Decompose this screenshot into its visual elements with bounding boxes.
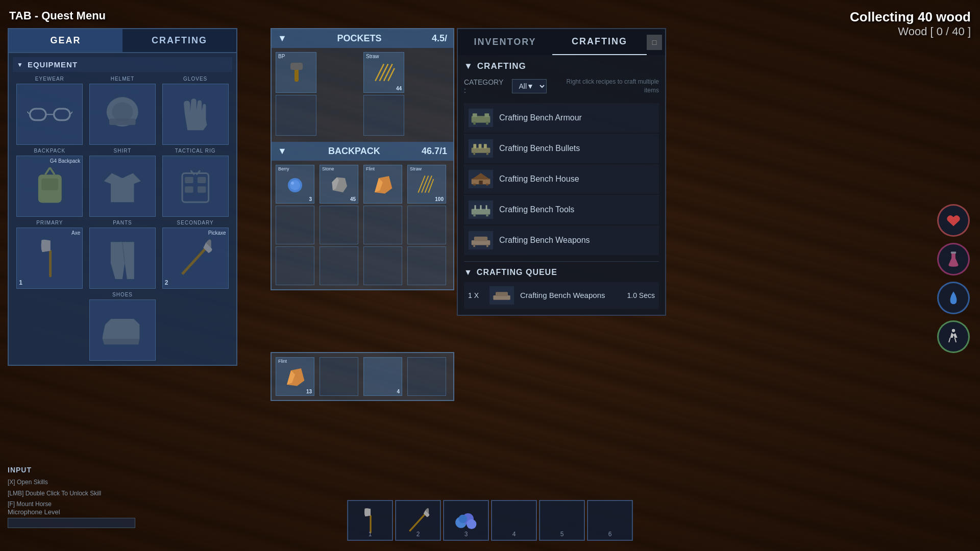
health-btn[interactable] (937, 204, 970, 237)
equip-box-backpack[interactable]: G4 Backpack (16, 156, 83, 217)
hotbar-slot-2[interactable]: 2 (395, 500, 441, 541)
b-slot-2-label: Flint (366, 166, 375, 171)
equip-slot-backpack[interactable]: BACKPACK G4 Backpack (15, 148, 85, 217)
crafting-armour-name: Crafting Bench Armour (499, 113, 582, 122)
backpack-slot-1[interactable]: Stone 45 (320, 165, 358, 204)
equip-box-tactical-rig[interactable] (162, 156, 229, 217)
queue-item-0[interactable]: 1 X Crafting Bench Weapons 1.0 Secs (464, 282, 659, 309)
lower-slot-2[interactable]: 4 (363, 357, 402, 396)
backpack-slot-6[interactable] (363, 206, 402, 244)
pockets-slot-1[interactable]: Straw 44 (363, 52, 404, 93)
crafting-item-house[interactable]: Crafting Bench House (464, 164, 659, 194)
hotbar-slot-5[interactable]: 5 (539, 500, 585, 541)
equip-box-secondary[interactable]: Pickaxe 2 (162, 228, 229, 289)
equip-slot-tactical-rig[interactable]: TACTICAL RIG (160, 148, 230, 217)
equip-slot-gloves[interactable]: GLOVES (160, 76, 230, 145)
equip-box-gloves[interactable] (162, 84, 229, 145)
flask-btn[interactable] (937, 243, 970, 276)
b-slot-0-count: 3 (309, 196, 312, 202)
backpack-slot-0[interactable]: Berry 3 (276, 165, 314, 204)
run-btn[interactable] (937, 320, 970, 353)
tab-crafting-right[interactable]: CRAFTING (552, 29, 647, 55)
left-panel: GEAR CRAFTING ▼ EQUIPMENT EYEWEAR (8, 28, 237, 366)
water-icon (945, 290, 962, 306)
water-btn[interactable] (937, 282, 970, 314)
hotbar-slot-6[interactable]: 6 (587, 500, 633, 541)
crafting-item-tools[interactable]: Crafting Bench Tools (464, 195, 659, 224)
svg-rect-43 (484, 113, 489, 117)
equip-slot-eyewear[interactable]: EYEWEAR (15, 76, 85, 145)
equip-slot-shirt[interactable]: SHIRT (88, 148, 158, 217)
svg-point-74 (458, 514, 467, 523)
flint-icon (373, 174, 393, 194)
svg-line-21 (182, 245, 209, 274)
backpack-slot-2[interactable]: Flint (363, 165, 402, 204)
hotbar-slot-3[interactable]: 3 (443, 500, 489, 541)
equip-slot-pants[interactable]: PANTS (88, 220, 158, 289)
pockets-slot-2[interactable] (276, 95, 316, 136)
equip-box-eyewear[interactable] (16, 84, 83, 145)
backpack-slot-10[interactable] (363, 246, 402, 285)
svg-point-7 (112, 102, 133, 121)
svg-line-36 (422, 176, 428, 192)
category-select[interactable]: All▼ (512, 79, 547, 93)
svg-point-76 (952, 329, 955, 332)
tab-gear[interactable]: GEAR (9, 29, 122, 52)
hotbar-slot-4[interactable]: 4 (491, 500, 537, 541)
tab-crafting-left[interactable]: CRAFTING (122, 29, 236, 52)
close-panel-btn[interactable]: □ (647, 35, 662, 50)
svg-rect-9 (41, 178, 58, 190)
equip-slot-helmet[interactable]: HELMET (88, 76, 158, 145)
lower-slot-3[interactable] (407, 357, 446, 396)
tools-bench-icon (470, 202, 492, 218)
hotbar-slot-1[interactable]: 1 (347, 500, 393, 541)
backpack-slot-9[interactable] (320, 246, 358, 285)
tactical-rig-icon (173, 165, 218, 208)
lower-slot-0[interactable]: Flint 13 (276, 357, 314, 396)
crafting-item-weapons[interactable]: Crafting Bench Weapons (464, 226, 659, 255)
hotbar-slot-4-num: 4 (512, 531, 516, 538)
house-bench-icon (470, 171, 492, 187)
equip-box-helmet[interactable] (89, 84, 156, 145)
shoes-icon (100, 309, 145, 352)
pockets-slot-3[interactable] (363, 95, 404, 136)
backpack-slot-7[interactable] (407, 206, 446, 244)
right-click-hint: Right click recipes to craft multiple it… (553, 78, 659, 95)
crafting-item-armour[interactable]: Crafting Bench Armour (464, 103, 659, 133)
svg-rect-47 (473, 144, 476, 148)
backpack-slot-3[interactable]: Straw 100 (407, 165, 446, 204)
equip-box-primary[interactable]: Axe 1 (16, 228, 83, 289)
svg-rect-13 (185, 177, 193, 183)
flask-icon (945, 251, 962, 267)
collecting-title: Collecting 40 wood (850, 9, 971, 25)
hotbar: 1 2 3 4 5 6 (347, 500, 633, 541)
backpack-slot-4[interactable] (276, 206, 314, 244)
helmet-icon (100, 93, 145, 136)
svg-line-70 (409, 512, 427, 531)
backpack-slot-5[interactable] (320, 206, 358, 244)
equip-box-shirt[interactable] (89, 156, 156, 217)
svg-rect-1 (54, 109, 69, 120)
tab-inventory[interactable]: INVENTORY (458, 30, 552, 55)
backpack-slot-8[interactable] (276, 246, 314, 285)
bullets-bench-icon (470, 140, 492, 157)
crafting-item-bullets[interactable]: Crafting Bench Bullets (464, 134, 659, 163)
pockets-slot-1-count: 44 (396, 86, 402, 91)
pockets-slot-1-label: Straw (366, 54, 379, 59)
pockets-slot-0[interactable]: BP (276, 52, 316, 93)
equip-box-pants[interactable] (89, 228, 156, 289)
equip-box-shoes[interactable] (89, 299, 156, 361)
equip-slot-primary[interactable]: PRIMARY Axe 1 (15, 220, 85, 289)
equip-slot-shoes[interactable]: SHOES (88, 292, 158, 361)
crafting-content: ▼ CRAFTING CATEGORY : All▼ Right click r… (458, 55, 665, 315)
equip-label-gloves: GLOVES (183, 76, 207, 82)
backpack-header: ▼ BACKPACK 46.7/1 (272, 142, 453, 161)
queue-count-0: 1 X (468, 291, 483, 299)
svg-point-73 (467, 519, 476, 529)
hotbar-slot-3-num: 3 (464, 531, 468, 538)
equip-slot-secondary[interactable]: SECONDARY Pickaxe 2 (160, 220, 230, 289)
backpack-slot-11[interactable] (407, 246, 446, 285)
queue-title-arrow: ▼ (464, 268, 473, 277)
lower-slot-1[interactable] (320, 357, 358, 396)
lower-slot-2-count: 4 (397, 389, 400, 394)
